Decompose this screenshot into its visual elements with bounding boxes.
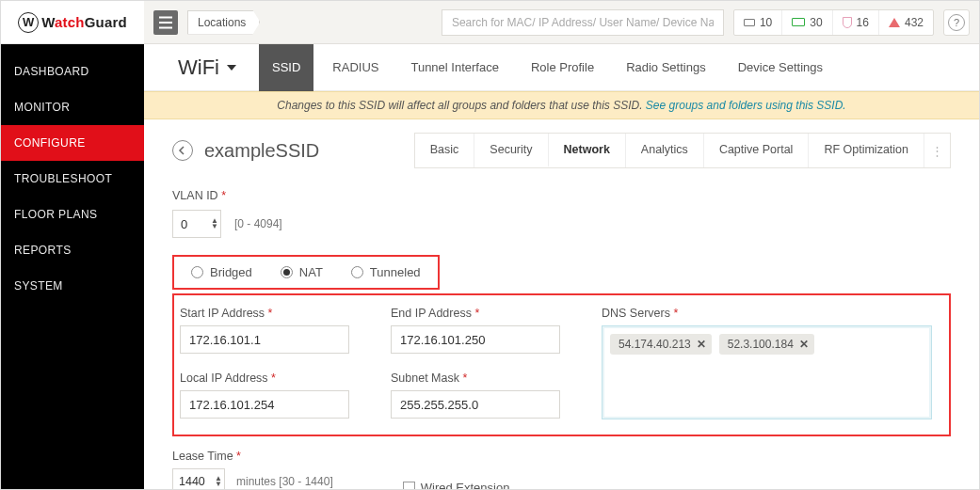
- local-ip-label: Local IP Address *: [180, 371, 378, 385]
- dns-chip: 54.174.40.213✕: [610, 334, 712, 355]
- help-button[interactable]: ?: [943, 9, 970, 36]
- remove-icon[interactable]: ✕: [799, 338, 809, 351]
- tab-rfoptimization[interactable]: RF Optimization: [808, 134, 924, 167]
- sidebar-item-troubleshoot[interactable]: TROUBLESHOOT: [1, 161, 144, 197]
- tab-security[interactable]: Security: [474, 134, 547, 167]
- sidebar-nav: DASHBOARD MONITOR CONFIGURE TROUBLESHOOT…: [1, 44, 144, 304]
- main: Locations 10 30 16 432 ? WiFi SSID RADIU…: [144, 1, 979, 489]
- info-banner: Changes to this SSID will affect all gro…: [144, 91, 979, 119]
- content: exampleSSID Basic Security Network Analy…: [144, 119, 979, 489]
- sidebar-item-reports[interactable]: REPORTS: [1, 232, 144, 268]
- page-title: exampleSSID: [204, 140, 319, 162]
- start-ip-input[interactable]: [180, 325, 349, 354]
- tab-analytics[interactable]: Analytics: [625, 134, 703, 167]
- search-box: [442, 9, 724, 36]
- checkbox-icon: [403, 482, 415, 489]
- local-ip-input[interactable]: [180, 390, 349, 419]
- page-header: exampleSSID Basic Security Network Analy…: [172, 133, 951, 168]
- chevron-down-icon: [227, 65, 236, 71]
- lease-row: Lease Time * 1440 ▲▼ minutes [30 - 1440]…: [172, 450, 951, 489]
- stat-clients[interactable]: 30: [781, 10, 831, 35]
- device-stats: 10 30 16 432: [733, 9, 934, 36]
- breadcrumb[interactable]: Locations: [187, 10, 260, 35]
- tab-captiveportal[interactable]: Captive Portal: [703, 134, 809, 167]
- topbar: Locations 10 30 16 432 ?: [144, 1, 979, 44]
- logo-icon: W: [18, 12, 39, 33]
- start-ip-label: Start IP Address *: [180, 307, 378, 320]
- stat-aps[interactable]: 10: [734, 10, 781, 35]
- ap-icon: [744, 19, 755, 26]
- ssid-tabs: Basic Security Network Analytics Captive…: [414, 133, 951, 168]
- sidebar-item-dashboard[interactable]: DASHBOARD: [1, 54, 144, 89]
- help-icon: ?: [948, 14, 965, 31]
- shield-icon: [843, 17, 852, 28]
- subtab-radius[interactable]: RADIUS: [319, 44, 392, 91]
- end-ip-input[interactable]: [391, 325, 560, 354]
- wired-extension-checkbox[interactable]: Wired Extension: [403, 481, 510, 489]
- lease-input[interactable]: 1440 ▲▼: [172, 468, 225, 489]
- radio-nat[interactable]: NAT: [281, 265, 323, 279]
- subtab-device[interactable]: Device Settings: [725, 44, 836, 91]
- dns-chip: 52.3.100.184✕: [719, 334, 814, 355]
- vlan-input[interactable]: 0 ▲▼: [172, 210, 221, 238]
- nat-settings-group: Start IP Address * End IP Address * DNS …: [172, 293, 951, 436]
- tab-network[interactable]: Network: [548, 134, 625, 167]
- vlan-hint: [0 - 4094]: [234, 217, 282, 230]
- subtab-radio[interactable]: Radio Settings: [613, 44, 719, 91]
- sidebar-item-monitor[interactable]: MONITOR: [1, 89, 144, 125]
- tab-basic[interactable]: Basic: [415, 134, 474, 167]
- subtab-tunnel[interactable]: Tunnel Interface: [397, 44, 511, 91]
- subnet-input[interactable]: [391, 390, 560, 419]
- end-ip-label: End IP Address *: [391, 307, 588, 320]
- dns-label: DNS Servers *: [602, 307, 932, 320]
- tab-more[interactable]: ⋮: [924, 134, 950, 167]
- subnet-label: Subnet Mask *: [391, 371, 588, 385]
- dns-input[interactable]: 54.174.40.213✕ 52.3.100.184✕: [602, 325, 932, 419]
- sidebar-item-system[interactable]: SYSTEM: [1, 268, 144, 304]
- client-icon: [792, 18, 805, 26]
- vlan-stepper[interactable]: ▲▼: [211, 218, 218, 229]
- stat-alerts[interactable]: 432: [878, 10, 933, 35]
- menu-icon[interactable]: [153, 10, 178, 35]
- arrow-left-icon: [178, 146, 187, 155]
- back-button[interactable]: [172, 140, 193, 161]
- subtab-roleprofile[interactable]: Role Profile: [518, 44, 607, 91]
- alert-icon: [889, 18, 900, 27]
- lease-hint: minutes [30 - 1440]: [236, 475, 333, 488]
- search-input[interactable]: [442, 9, 724, 36]
- logo: W WatchGuard: [1, 1, 144, 44]
- vlan-label: VLAN ID *: [172, 189, 951, 202]
- stat-shield[interactable]: 16: [832, 10, 878, 35]
- app-root: W WatchGuard DASHBOARD MONITOR CONFIGURE…: [0, 0, 980, 490]
- nat-mode-group: Bridged NAT Tunneled: [172, 255, 440, 290]
- radio-bridged[interactable]: Bridged: [191, 265, 252, 279]
- sidebar-item-configure[interactable]: CONFIGURE: [1, 125, 144, 161]
- sidebar-item-floorplans[interactable]: FLOOR PLANS: [1, 197, 144, 232]
- section-title[interactable]: WiFi: [178, 55, 236, 80]
- lease-stepper[interactable]: ▲▼: [215, 476, 222, 487]
- lease-label: Lease Time *: [172, 450, 333, 463]
- remove-icon[interactable]: ✕: [697, 338, 706, 351]
- sidebar: W WatchGuard DASHBOARD MONITOR CONFIGURE…: [1, 1, 144, 489]
- banner-link[interactable]: See groups and folders using this SSID.: [646, 99, 846, 112]
- subtab-ssid[interactable]: SSID: [259, 44, 313, 91]
- section-bar: WiFi SSID RADIUS Tunnel Interface Role P…: [144, 44, 979, 91]
- radio-tunneled[interactable]: Tunneled: [351, 265, 421, 279]
